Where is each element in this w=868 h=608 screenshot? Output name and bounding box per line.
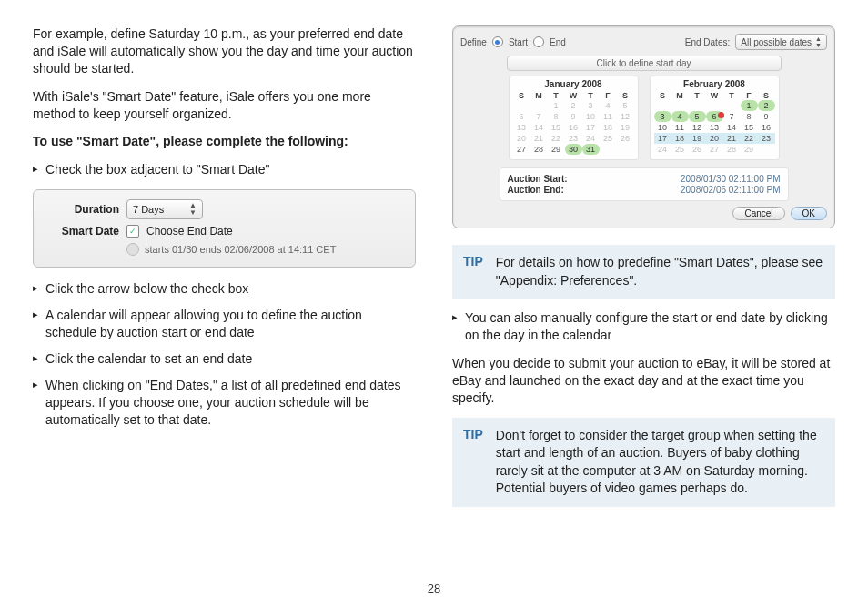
calendar-grid[interactable]: S M T W T F S 12 3456789 10111213141516 … xyxy=(654,91,775,155)
calendar-dialog: Define Start End End Dates: All possible… xyxy=(452,25,835,228)
click-hint-bar[interactable]: Click to define start day xyxy=(507,56,782,71)
duration-label: Duration xyxy=(45,203,119,216)
select-arrows-icon: ▲▼ xyxy=(189,202,197,217)
start-label: Start xyxy=(509,37,528,47)
dow: F xyxy=(600,91,617,100)
bullet-item: You can also manually configure the star… xyxy=(452,309,835,344)
auction-end-label: Auction End: xyxy=(508,185,564,195)
tip-label: TIP xyxy=(463,427,483,498)
define-label: Define xyxy=(460,37,487,47)
step-item: Click the arrow below the check box xyxy=(33,280,416,298)
dow: T xyxy=(548,91,565,100)
intro-para-2: With iSale's "Smart Date" feature, iSale… xyxy=(33,88,416,123)
calendar-grid[interactable]: S M T W T F S 12345 6789101112 131415161… xyxy=(513,91,634,155)
select-arrows-icon: ▲▼ xyxy=(815,35,822,48)
intro-para-1: For example, define Saturday 10 p.m., as… xyxy=(33,25,416,77)
dow: S xyxy=(617,91,634,100)
smartdate-subtext: starts 01/30 ends 02/06/2008 at 14:11 CE… xyxy=(145,244,336,255)
end-dates-value: All possible dates xyxy=(741,37,812,47)
submit-para: When you decide to submit your auction t… xyxy=(452,355,835,407)
steps-heading: To use "Smart Date", please complete the… xyxy=(33,133,416,150)
dow: M xyxy=(671,91,689,100)
dow: F xyxy=(741,91,758,100)
define-start-radio[interactable] xyxy=(492,36,503,47)
right-column: Define Start End End Dates: All possible… xyxy=(452,25,835,518)
step-item: When clicking on "End Dates," a list of … xyxy=(33,377,416,429)
step-item: A calendar will appear allowing you to d… xyxy=(33,307,416,341)
dow: W xyxy=(565,91,582,100)
smartdate-checkbox[interactable]: ✓ xyxy=(126,225,139,238)
page-number: 28 xyxy=(0,582,868,595)
dow: M xyxy=(530,91,548,100)
step-item: Click the calendar to set an end date xyxy=(33,350,416,368)
tip-box: TIP For details on how to predefine "Sma… xyxy=(452,245,835,299)
dow: T xyxy=(723,91,741,100)
month-january: January 2008 S M T W T F S 12345 6789101… xyxy=(509,76,639,160)
ok-button[interactable]: OK xyxy=(791,207,827,220)
end-label: End xyxy=(550,37,566,47)
end-dates-label: End Dates: xyxy=(685,37,730,47)
dow: T xyxy=(582,91,600,100)
auction-start-label: Auction Start: xyxy=(508,174,568,184)
duration-select[interactable]: 7 Days ▲▼ xyxy=(126,199,203,219)
left-column: For example, define Saturday 10 p.m., as… xyxy=(33,25,416,518)
cancel-button[interactable]: Cancel xyxy=(732,207,784,220)
duration-value: 7 Days xyxy=(133,204,164,215)
auction-times: Auction Start: 2008/01/30 02:11:00 PM Au… xyxy=(500,167,789,201)
tip-box: TIP Don't forget to consider the target … xyxy=(452,418,835,507)
define-end-radio[interactable] xyxy=(533,36,544,47)
disclosure-icon[interactable] xyxy=(126,243,139,256)
dow: T xyxy=(689,91,706,100)
step-item: Check the box adjacent to "Smart Date" xyxy=(33,161,416,178)
auction-start-value: 2008/01/30 02:11:00 PM xyxy=(681,174,781,184)
month-title: February 2008 xyxy=(654,79,775,89)
tip-body: Don't forget to consider the target grou… xyxy=(496,427,824,498)
dow: S xyxy=(654,91,671,100)
month-february: February 2008 S M T W T F S 12 3456789 xyxy=(650,76,780,160)
dow: S xyxy=(513,91,530,100)
dow: S xyxy=(758,91,775,100)
choose-end-label: Choose End Date xyxy=(146,225,233,238)
auction-end-value: 2008/02/06 02:11:00 PM xyxy=(681,185,781,195)
smartdate-label: Smart Date xyxy=(45,225,119,238)
dow: W xyxy=(706,91,723,100)
tip-body: For details on how to predefine "Smart D… xyxy=(496,254,824,289)
tip-label: TIP xyxy=(463,254,483,289)
smartdate-panel: Duration 7 Days ▲▼ Smart Date ✓ Choose E… xyxy=(33,189,416,268)
month-title: January 2008 xyxy=(513,79,634,89)
end-dates-select[interactable]: All possible dates ▲▼ xyxy=(735,34,827,50)
